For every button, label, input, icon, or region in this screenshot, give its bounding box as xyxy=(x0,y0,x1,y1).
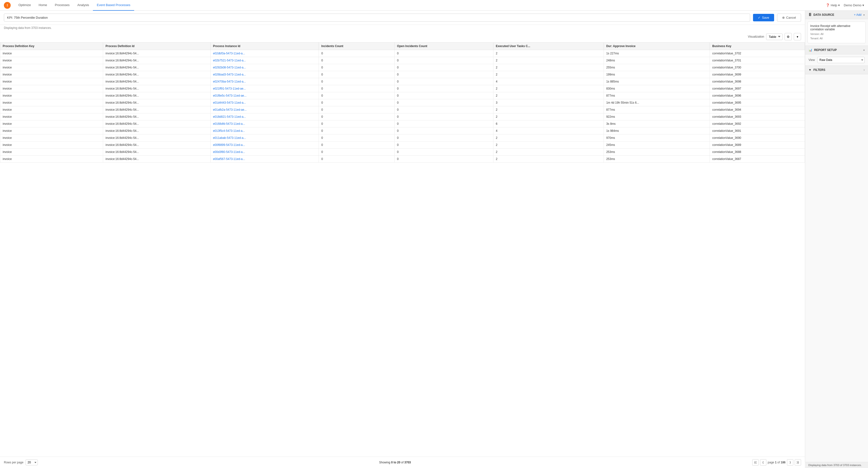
last-page-button[interactable]: ⟩⟩ xyxy=(795,459,801,466)
cell-open-incidents: 0 xyxy=(395,113,493,120)
cell-instance-id[interactable]: e0168dfd-5473-11ed-a... xyxy=(210,120,319,127)
table-row: invoiceinvoice:16:8d44294c-54...e013f5c4… xyxy=(0,127,805,135)
cell-open-incidents: 0 xyxy=(395,64,493,71)
table-row: invoiceinvoice:16:8d44294c-54...e02470ba… xyxy=(0,78,805,85)
cell-instance-id[interactable]: e0292b08-5473-11ed-a... xyxy=(210,64,319,71)
cell-def-key: invoice xyxy=(0,113,103,120)
nav-item-processes[interactable]: Processes xyxy=(51,0,73,11)
cell-incidents: 0 xyxy=(319,135,395,142)
cell-def-id: invoice:16:8d44294c-54... xyxy=(103,149,211,155)
cell-duration: 922ms xyxy=(603,113,710,120)
cell-instance-id[interactable]: e02dbf3a-5473-11ed-a... xyxy=(210,50,319,57)
viz-dropdown-button[interactable]: ▾ xyxy=(794,33,801,40)
cell-duration: 253ms xyxy=(603,155,710,163)
cell-business-key: correlationValue_3697 xyxy=(710,85,805,92)
cell-def-key: invoice xyxy=(0,120,103,127)
cell-user-tasks: 4 xyxy=(493,78,603,85)
cell-def-key: invoice xyxy=(0,99,103,106)
cell-open-incidents: 0 xyxy=(395,92,493,99)
user-chevron-icon: ▾ xyxy=(862,3,864,7)
cell-duration: 199ms xyxy=(603,71,710,78)
cell-duration: 1m 4d 19h 55min 51s 6... xyxy=(603,99,710,106)
table-row: invoiceinvoice:16:8d44294c-54...e02dbf3a… xyxy=(0,50,805,57)
cell-def-id: invoice:16:8d44294c-54... xyxy=(103,135,211,142)
cell-user-tasks: 2 xyxy=(493,85,603,92)
bottom-status-text: Displaying data from 3703 of 3703 instan… xyxy=(808,464,862,467)
bottom-status-bar: Displaying data from 3703 of 3703 instan… xyxy=(805,462,868,468)
cell-instance-id[interactable]: e00af567-5473-11ed-a... xyxy=(210,155,319,163)
cell-instance-id[interactable]: e018d821-5473-11ed-a... xyxy=(210,113,319,120)
cell-def-key: invoice xyxy=(0,78,103,85)
table-row: invoiceinvoice:16:8d44294c-54...e00d3f80… xyxy=(0,149,805,155)
cell-instance-id[interactable]: e021ff91-5473-11ed-ae... xyxy=(210,85,319,92)
cell-duration: 1s 984ms xyxy=(603,127,710,135)
cell-instance-id[interactable]: e00d3f80-5473-11ed-a... xyxy=(210,149,319,155)
cell-duration: 877ms xyxy=(603,106,710,113)
cell-open-incidents: 0 xyxy=(395,120,493,127)
viz-select[interactable]: Table xyxy=(766,33,783,40)
right-panel: 🗄 DATA SOURCE + Add ▾ Invoice Receipt wi… xyxy=(805,11,868,468)
next-page-button[interactable]: ⟩ xyxy=(787,459,793,466)
help-menu[interactable]: ❓ Help ▾ xyxy=(826,3,840,7)
add-data-source-button[interactable]: + Add xyxy=(854,13,862,17)
cell-instance-id[interactable]: e01f8e5c-5473-11ed-ae... xyxy=(210,92,319,99)
cell-business-key: correlationValue_3702 xyxy=(710,50,805,57)
cell-incidents: 0 xyxy=(319,106,395,113)
report-setup-header[interactable]: 📊 REPORT SETUP ▾ xyxy=(805,46,868,54)
kpi-input[interactable] xyxy=(4,13,750,22)
view-select[interactable]: Raw Data xyxy=(817,57,865,63)
table-row: invoiceinvoice:16:8d44294c-54...e0168dfd… xyxy=(0,120,805,127)
report-setup-expand-icon: ▾ xyxy=(863,49,865,52)
app-logo[interactable]: ! xyxy=(4,2,11,9)
database-icon: 🗄 xyxy=(809,13,811,17)
filters-title: FILTERS xyxy=(813,68,825,71)
filters-section: ▼ FILTERS › xyxy=(805,66,868,74)
cell-incidents: 0 xyxy=(319,71,395,78)
cell-open-incidents: 0 xyxy=(395,85,493,92)
data-source-version: Version: All xyxy=(810,32,863,36)
cell-incidents: 0 xyxy=(319,78,395,85)
cell-instance-id[interactable]: e02b7521-5473-11ed-a... xyxy=(210,57,319,64)
data-source-header[interactable]: 🗄 DATA SOURCE + Add ▾ xyxy=(805,11,868,19)
cell-instance-id[interactable]: e02470ba-5473-11ed-a... xyxy=(210,78,319,85)
cell-user-tasks: 2 xyxy=(493,57,603,64)
cell-instance-id[interactable]: e013f5c4-5473-11ed-a... xyxy=(210,127,319,135)
col-executed-user-tasks: Executed User Tasks C... xyxy=(493,42,603,50)
cancel-button[interactable]: ⊗ Cancel xyxy=(777,13,801,22)
cell-instance-id[interactable]: e011abab-5473-11ed-a... xyxy=(210,135,319,142)
save-button[interactable]: ✓ Save xyxy=(753,14,774,21)
cell-def-id: invoice:16:8d44294c-54... xyxy=(103,120,211,127)
cell-user-tasks: 2 xyxy=(493,106,603,113)
cell-duration: 253ms xyxy=(603,149,710,155)
rows-per-page-select[interactable]: 20 50 100 xyxy=(26,460,38,465)
cell-business-key: correlationValue_3689 xyxy=(710,142,805,149)
user-menu[interactable]: Demo Demo ▾ xyxy=(844,3,864,7)
first-page-button[interactable]: ⟨⟨ xyxy=(752,459,758,466)
table-row: invoiceinvoice:16:8d44294c-54...e0292b08… xyxy=(0,64,805,71)
cell-open-incidents: 0 xyxy=(395,106,493,113)
cell-business-key: correlationValue_3688 xyxy=(710,149,805,155)
cell-def-key: invoice xyxy=(0,142,103,149)
col-process-def-id: Process Definition Id xyxy=(103,42,211,50)
cell-instance-id[interactable]: e01d4443-5473-11ed-a... xyxy=(210,99,319,106)
cell-business-key: correlationValue_3690 xyxy=(710,135,805,142)
nav-item-home[interactable]: Home xyxy=(35,0,51,11)
check-icon: ✓ xyxy=(758,16,761,20)
cell-duration: 1s 227ms xyxy=(603,50,710,57)
viz-gear-button[interactable]: ⚙ xyxy=(784,33,792,40)
cell-def-key: invoice xyxy=(0,64,103,71)
table-row: invoiceinvoice:16:8d44294c-54...e018d821… xyxy=(0,113,805,120)
cell-instance-id[interactable]: e00f8899-5473-11ed-a... xyxy=(210,142,319,149)
cell-def-id: invoice:16:8d44294c-54... xyxy=(103,64,211,71)
nav-item-optimize[interactable]: Optimize xyxy=(14,0,35,11)
data-source-title: DATA SOURCE xyxy=(813,13,834,17)
cell-def-id: invoice:16:8d44294c-54... xyxy=(103,99,211,106)
cell-instance-id[interactable]: e01afb2a-5473-11ed-ae... xyxy=(210,106,319,113)
filters-header[interactable]: ▼ FILTERS › xyxy=(805,66,868,74)
cell-def-key: invoice xyxy=(0,57,103,64)
cell-instance-id[interactable]: e026bad3-5473-11ed-a... xyxy=(210,71,319,78)
nav-item-event-based-processes[interactable]: Event Based Processes xyxy=(93,0,134,11)
pagination-controls: ⟨⟨ ⟨ page 1 of 186 ⟩ ⟩⟩ xyxy=(752,459,801,466)
nav-item-analysis[interactable]: Analysis xyxy=(73,0,93,11)
prev-page-button[interactable]: ⟨ xyxy=(760,459,766,466)
